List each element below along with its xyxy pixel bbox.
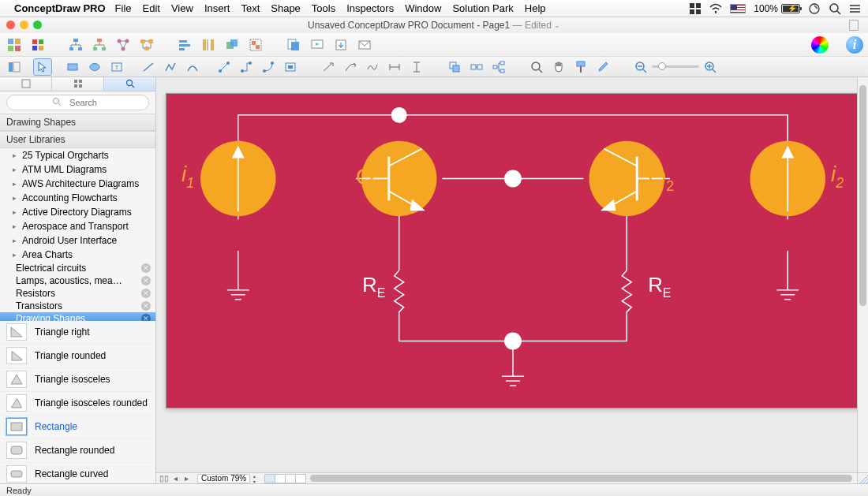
- connector-smart-tool[interactable]: [237, 58, 256, 76]
- app-name[interactable]: ConceptDraw PRO: [14, 2, 106, 14]
- clone-tool[interactable]: [445, 58, 464, 76]
- open-lib-item[interactable]: Resistors✕: [0, 287, 155, 300]
- menu-shape[interactable]: Shape: [271, 2, 301, 14]
- close-lib-icon[interactable]: ✕: [141, 276, 151, 285]
- library-search-input[interactable]: [6, 95, 149, 110]
- connector-direct-tool[interactable]: [215, 58, 234, 76]
- close-lib-icon[interactable]: ✕: [141, 314, 151, 321]
- stamp-tool[interactable]: [281, 58, 300, 76]
- menu-file[interactable]: File: [115, 2, 132, 14]
- page-pause-button[interactable]: ▯▯: [159, 474, 169, 483]
- shape-item[interactable]: Triangle isosceles: [0, 368, 155, 392]
- sidebar-tab-search[interactable]: [104, 77, 155, 91]
- spotlight-icon[interactable]: [829, 2, 841, 15]
- menu-inspectors[interactable]: Inspectors: [346, 2, 394, 14]
- open-lib-item[interactable]: Electrical circuits✕: [0, 262, 155, 274]
- menu-help[interactable]: Help: [525, 2, 546, 14]
- lib-item[interactable]: ▸Active Directory Diagrams: [0, 205, 155, 219]
- zoom-select[interactable]: Custom 79%: [197, 474, 250, 483]
- input-source-flag[interactable]: [730, 4, 746, 13]
- window-close-button[interactable]: [6, 21, 15, 29]
- sidebar-tab-grid[interactable]: [52, 77, 104, 91]
- lib-item[interactable]: ▸Android User Interface: [0, 233, 155, 248]
- document-proxy-icon[interactable]: [849, 20, 859, 31]
- page-tab[interactable]: [275, 474, 286, 483]
- curve-tool[interactable]: [183, 58, 202, 76]
- export-button[interactable]: [331, 36, 350, 54]
- panel-toggle-button[interactable]: [5, 58, 24, 76]
- open-lib-item[interactable]: Lamps, acoustics, mea…✕: [0, 274, 155, 287]
- lib-item[interactable]: ▸Area Charts: [0, 248, 155, 262]
- sidebar-tab-libraries[interactable]: [0, 77, 52, 91]
- network-chart-button[interactable]: [114, 36, 133, 54]
- open-lib-item[interactable]: Transistors✕: [0, 300, 155, 312]
- mail-button[interactable]: [355, 36, 374, 54]
- page-prev-button[interactable]: ◂: [170, 474, 180, 483]
- info-button[interactable]: i: [846, 36, 863, 54]
- shape-item[interactable]: Triangle isosceles rounded: [0, 392, 155, 416]
- branch-tool[interactable]: [489, 58, 508, 76]
- zoom-in-icon[interactable]: [704, 61, 716, 73]
- menu-window[interactable]: Window: [405, 2, 441, 14]
- palette-button[interactable]: [28, 36, 47, 54]
- libraries-toggle-button[interactable]: [5, 36, 24, 54]
- close-lib-icon[interactable]: ✕: [141, 289, 151, 298]
- drawing-page[interactable]: i1 i2 Q1 Q2 RE RE: [166, 93, 857, 408]
- page-tab[interactable]: [264, 474, 275, 483]
- ellipse-tool[interactable]: [85, 58, 104, 76]
- rect-tool[interactable]: [63, 58, 82, 76]
- flow-chart-button[interactable]: [137, 36, 156, 54]
- window-minimize-button[interactable]: [20, 21, 28, 29]
- text-tool[interactable]: T: [107, 58, 126, 76]
- battery-status[interactable]: 100% ⚡: [754, 3, 800, 14]
- page-next-button[interactable]: ▸: [181, 474, 191, 483]
- polyline-tool[interactable]: [161, 58, 180, 76]
- close-lib-icon[interactable]: ✕: [141, 301, 151, 311]
- canvas-viewport[interactable]: i1 i2 Q1 Q2 RE RE: [156, 77, 857, 472]
- menu-tools[interactable]: Tools: [312, 2, 335, 14]
- zoom-out-icon[interactable]: [634, 61, 647, 73]
- format-painter-tool[interactable]: [571, 58, 590, 76]
- hand-tool[interactable]: [549, 58, 568, 76]
- menu-insert[interactable]: Insert: [204, 2, 230, 14]
- menu-solutionpark[interactable]: Solution Park: [452, 2, 513, 14]
- window-zoom-button[interactable]: [33, 21, 42, 29]
- dashboard-icon[interactable]: [689, 2, 702, 15]
- vertical-scrollbar[interactable]: [857, 77, 868, 472]
- zoom-stepper[interactable]: ▴▾: [253, 474, 261, 483]
- menu-view[interactable]: View: [171, 2, 193, 14]
- menu-text[interactable]: Text: [241, 2, 260, 14]
- arrange-button[interactable]: [223, 36, 241, 54]
- pointer-tool[interactable]: [33, 58, 52, 76]
- hypernote-button[interactable]: [284, 36, 303, 54]
- connector-round-tool[interactable]: [259, 58, 278, 76]
- lib-item[interactable]: ▸25 Typical Orgcharts: [0, 148, 155, 162]
- wifi-icon[interactable]: [709, 2, 722, 15]
- tree-chart-button[interactable]: [66, 36, 85, 54]
- distribute-button[interactable]: [199, 36, 218, 54]
- page-tab[interactable]: [285, 474, 296, 483]
- section-user-libraries[interactable]: User Libraries: [0, 131, 155, 148]
- lib-item[interactable]: ▸Aerospace and Transport: [0, 219, 155, 233]
- arrow-line-tool[interactable]: [319, 58, 338, 76]
- group-button[interactable]: [246, 36, 265, 54]
- line-tool[interactable]: [139, 58, 158, 76]
- chain-tool[interactable]: [467, 58, 486, 76]
- shape-item-selected[interactable]: Rectangle: [0, 416, 155, 439]
- clock-skip-icon[interactable]: [808, 2, 821, 15]
- presentation-button[interactable]: [308, 36, 327, 54]
- arrow-spline-tool[interactable]: [363, 58, 382, 76]
- eyedropper-tool[interactable]: [593, 58, 612, 76]
- title-dropdown-icon[interactable]: ⌄: [554, 21, 560, 29]
- shape-item[interactable]: Rectangle rounded: [0, 439, 155, 463]
- org-chart-button[interactable]: [90, 36, 109, 54]
- lib-item[interactable]: ▸Accounting Flowcharts: [0, 191, 155, 205]
- dimension-v-tool[interactable]: [407, 58, 426, 76]
- arrow-arc-tool[interactable]: [341, 58, 360, 76]
- zoom-tool[interactable]: [527, 58, 546, 76]
- align-button[interactable]: [175, 36, 194, 54]
- page-tab[interactable]: [295, 474, 306, 483]
- lib-item[interactable]: ▸AWS Architecture Diagrams: [0, 177, 155, 191]
- shape-item[interactable]: Triangle rounded: [0, 345, 155, 368]
- lib-item[interactable]: ▸ATM UML Diagrams: [0, 162, 155, 177]
